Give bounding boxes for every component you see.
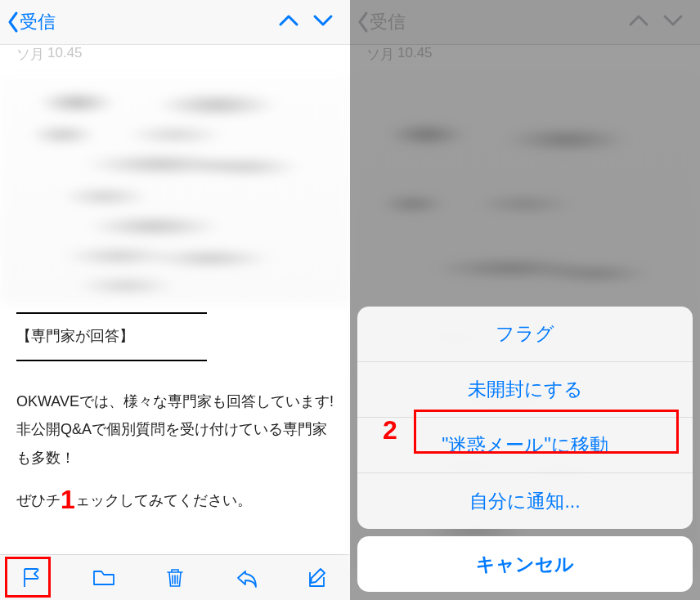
section-title: 【専門家が回答】: [16, 317, 334, 355]
reply-icon: [235, 566, 259, 590]
chevron-left-icon: [7, 11, 20, 34]
chevron-up-icon: [278, 14, 299, 27]
email-body: 【専門家が回答】 OKWAVEでは、様々な専門家も回答しています! 非公開Q&A…: [0, 307, 350, 554]
blurred-content: [0, 75, 350, 304]
toolbar: [0, 554, 350, 600]
timestamp: ソ月 10.45: [0, 45, 350, 67]
screen-left: 受信 ソ月 10.45 【専門家が回答】 OKWAVEでは、様々な専門家も回答し…: [0, 0, 350, 600]
action-sheet-group: フラグ 未開封にする "迷惑メール"に移動 自分に通知...: [357, 307, 693, 529]
action-notify-me[interactable]: 自分に通知...: [357, 473, 693, 529]
back-button[interactable]: 受信: [7, 10, 56, 34]
flag-icon: [20, 566, 44, 590]
action-sheet: フラグ 未開封にする "迷惑メール"に移動 自分に通知... キャンセル: [357, 307, 693, 592]
nav-bar: 受信: [0, 0, 350, 45]
body-paragraph: 非公開Q&Aで個別質問を受け付けている専門家も多数！: [16, 415, 334, 471]
trash-icon: [163, 566, 187, 590]
flag-button[interactable]: [20, 566, 44, 590]
back-label: 受信: [20, 10, 56, 34]
folder-icon: [92, 566, 116, 590]
divider: [16, 360, 207, 361]
compose-button[interactable]: [306, 566, 330, 590]
nav-arrow-group: [278, 14, 343, 30]
body-paragraph: OKWAVEでは、様々な専門家も回答しています!: [16, 387, 334, 415]
action-move-to-junk[interactable]: "迷惑メール"に移動: [357, 418, 693, 473]
compose-icon: [306, 566, 330, 590]
screen-right: 受信 ソ月 10.45 ・・・・ - - - - - - - - - - - -…: [350, 0, 700, 600]
delete-button[interactable]: [163, 566, 187, 590]
action-mark-unread[interactable]: 未開封にする: [357, 362, 693, 418]
action-flag[interactable]: フラグ: [357, 307, 693, 362]
timestamp-date: ソ月: [16, 45, 44, 64]
next-message-button[interactable]: [312, 14, 334, 30]
annotation-number-1: 1: [61, 475, 75, 525]
reply-button[interactable]: [235, 566, 259, 590]
prev-message-button[interactable]: [278, 14, 299, 30]
action-cancel[interactable]: キャンセル: [357, 536, 693, 592]
timestamp-time: 10.45: [47, 45, 83, 64]
chevron-down-icon: [312, 14, 334, 27]
body-paragraph: ぜひチ1ェックしてみてください。: [16, 472, 334, 522]
move-folder-button[interactable]: [92, 566, 116, 590]
divider: [16, 312, 207, 314]
